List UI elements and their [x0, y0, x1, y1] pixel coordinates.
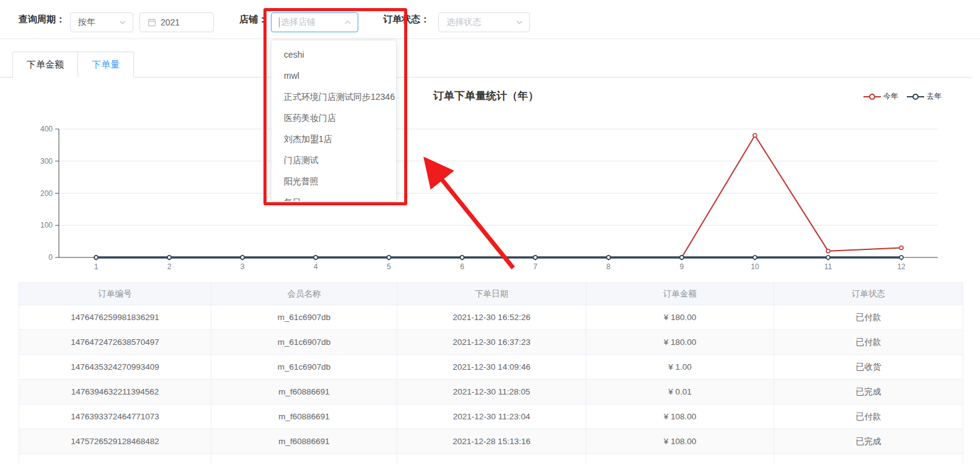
table-cell: 1476393372464771073 — [19, 404, 211, 429]
table-cell: m_61c6907db — [211, 330, 397, 355]
shop-option-1[interactable]: ceshi — [271, 44, 396, 65]
shop-option-8[interactable]: 每日… — [271, 192, 396, 202]
table-cell: 1475726529128468482 — [19, 429, 211, 454]
table-cell: m_f60886691 — [211, 429, 397, 454]
legend-item-1[interactable]: 今年 — [863, 91, 898, 102]
period-label: 查询周期： — [19, 14, 65, 25]
svg-text:1: 1 — [94, 262, 99, 271]
table-cell: 已付款 — [774, 404, 963, 429]
legend-label: 今年 — [883, 91, 898, 102]
tab-2[interactable]: 下单量 — [78, 51, 134, 78]
svg-text:400: 400 — [40, 125, 53, 133]
table-header-2: 会员名称 — [211, 283, 397, 305]
period-select-value: 按年 — [78, 17, 119, 28]
order-status-select[interactable]: 选择状态 — [438, 12, 530, 32]
table-cell — [774, 454, 963, 463]
shop-select-placeholder: 选择店铺 — [281, 17, 344, 28]
shop-option-2[interactable]: mwl — [271, 65, 396, 86]
table-header-1: 订单编号 — [19, 283, 211, 305]
tab-1[interactable]: 下单金额 — [12, 51, 78, 78]
shop-option-5[interactable]: 刘杰加盟1店 — [271, 128, 396, 149]
chevron-down-icon — [516, 19, 523, 26]
table-cell: m_61c6907db — [211, 305, 397, 330]
chevron-up-icon — [344, 19, 351, 26]
table-header-4: 订单金额 — [586, 283, 774, 305]
table-row-partial — [19, 454, 963, 463]
table-cell: m_f60886691 — [211, 404, 397, 429]
table-cell: m_f60886691 — [211, 380, 397, 404]
table-row: 1476472472638570497m_61c6907db2021-12-30… — [19, 330, 963, 355]
table-cell: ¥ 0.01 — [586, 380, 774, 404]
table-cell: ¥ 1.00 — [586, 355, 774, 380]
legend-item-2[interactable]: 去年 — [907, 91, 942, 102]
table-row: 1476435324270993409m_61c6907db2021-12-30… — [19, 355, 963, 380]
table-row: 1476476259981836291m_61c6907db2021-12-30… — [19, 305, 963, 330]
table-cell — [19, 454, 211, 463]
table-cell — [397, 454, 586, 463]
table-cell: 1476394632211394562 — [19, 380, 211, 404]
table-cell: 已收货 — [774, 355, 963, 380]
legend-line-marker-icon — [907, 93, 924, 100]
svg-text:200: 200 — [40, 189, 53, 198]
table-cell: 已完成 — [774, 429, 963, 454]
shop-dropdown-panel: ceshimwl正式环境门店测试同步12346医药美妆门店刘杰加盟1店门店测试阳… — [271, 40, 397, 202]
table-cell: 已付款 — [774, 330, 963, 355]
popper-arrow — [294, 40, 302, 44]
legend-line-marker-icon — [863, 93, 881, 100]
table-cell: 2021-12-30 14:09:46 — [397, 355, 586, 380]
table-cell — [211, 454, 397, 463]
order-status-placeholder: 选择状态 — [446, 17, 516, 28]
table-cell: m_61c6907db — [211, 355, 397, 380]
shop-option-4[interactable]: 医药美妆门店 — [271, 107, 396, 128]
table-cell: ¥ 108.00 — [586, 429, 774, 454]
table-row: 1476394632211394562m_f608866912021-12-30… — [19, 380, 963, 404]
order-status-label: 订单状态： — [383, 14, 430, 25]
year-picker[interactable]: 2021 — [139, 12, 214, 32]
order-table: 订单编号会员名称下单日期订单金额订单状态 1476476259981836291… — [19, 282, 963, 463]
svg-text:12: 12 — [897, 262, 906, 271]
table-header-3: 下单日期 — [397, 283, 586, 305]
table-cell: 已付款 — [774, 305, 963, 330]
svg-text:2: 2 — [167, 262, 172, 271]
shop-option-6[interactable]: 门店测试 — [271, 149, 396, 171]
chart-title: 订单下单量统计（年） — [0, 89, 972, 103]
table-cell: 2021-12-30 11:28:05 — [397, 380, 586, 404]
shop-option-7[interactable]: 阳光普照 — [271, 171, 396, 192]
svg-text:0: 0 — [48, 253, 53, 262]
year-picker-value: 2021 — [161, 17, 207, 27]
shop-label: 店铺： — [239, 14, 267, 25]
svg-text:10: 10 — [751, 262, 759, 271]
table-cell: 2021-12-30 16:52:26 — [397, 305, 586, 330]
text-caret — [279, 17, 280, 27]
svg-text:4: 4 — [314, 262, 318, 271]
table-cell: 1476476259981836291 — [19, 305, 211, 330]
shop-select[interactable]: 选择店铺 — [271, 12, 358, 32]
legend-label: 去年 — [927, 91, 942, 102]
filter-bar: 查询周期： 按年 2021 店铺： 选择店铺 订单状态： 选择状态 — [0, 0, 980, 39]
svg-text:11: 11 — [824, 262, 832, 271]
svg-text:6: 6 — [460, 262, 464, 271]
table-cell: 2021-12-30 16:37:23 — [397, 330, 586, 355]
table-cell: 2021-12-28 15:13:16 — [397, 429, 586, 454]
line-chart: 0100200300400123456789101112 — [0, 115, 980, 279]
svg-text:9: 9 — [679, 262, 684, 271]
shop-option-3[interactable]: 正式环境门店测试同步12346 — [271, 86, 396, 107]
svg-text:7: 7 — [533, 262, 537, 271]
chart-tabs: 下单金额下单量 — [0, 51, 972, 78]
svg-text:100: 100 — [40, 221, 53, 230]
svg-text:8: 8 — [606, 262, 611, 271]
table-cell: 1476472472638570497 — [19, 330, 211, 355]
table-cell: ¥ 180.00 — [586, 305, 774, 330]
period-select[interactable]: 按年 — [70, 12, 133, 32]
table-cell: 2021-12-30 11:23:04 — [397, 404, 586, 429]
calendar-icon — [148, 18, 156, 27]
chart-legend: 今年去年 — [863, 91, 942, 102]
table-header-5: 订单状态 — [774, 283, 963, 305]
svg-text:3: 3 — [241, 262, 245, 271]
table-cell: ¥ 180.00 — [586, 330, 774, 355]
svg-text:5: 5 — [387, 262, 391, 271]
table-cell: 1476435324270993409 — [19, 355, 211, 380]
chevron-down-icon — [119, 19, 126, 26]
table-cell: 已完成 — [774, 380, 963, 404]
table-row: 1476393372464771073m_f608866912021-12-30… — [19, 404, 963, 429]
